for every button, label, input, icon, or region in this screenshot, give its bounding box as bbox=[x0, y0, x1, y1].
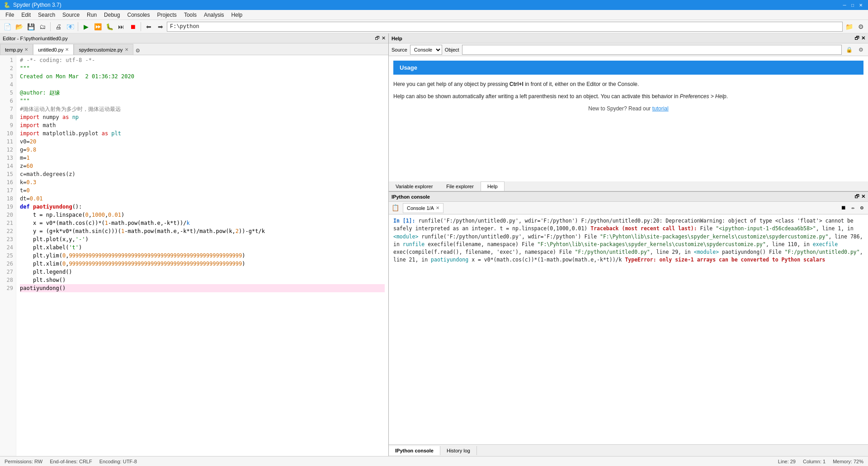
ipython-header: IPython console 🗗 ✕ bbox=[389, 192, 868, 202]
editor-pane: Editor - F:\python\untitled0.py 🗗 ✕ temp… bbox=[0, 33, 389, 456]
tab-untitled0-py[interactable]: untitled0.py ✕ bbox=[33, 44, 74, 55]
menu-source[interactable]: Source bbox=[59, 11, 83, 19]
object-input[interactable] bbox=[462, 45, 842, 55]
maximize-button[interactable]: □ bbox=[849, 1, 856, 9]
menu-tools[interactable]: Tools bbox=[180, 11, 200, 19]
edit-icon[interactable]: ✏ bbox=[852, 204, 855, 211]
toolbar: 📄 📂 💾 🗂 🖨 📧 ▶ ⏩ 🐛 ⏭ ⏹ ⬅ ➡ F:\python 📁 ⚙ bbox=[0, 20, 868, 33]
tab-variable-explorer[interactable]: Variable explorer bbox=[389, 181, 439, 191]
ipython-tabs: 📋 Console 1/A ✕ ⏹ ✏ ⚙ bbox=[389, 202, 868, 214]
editor-tabs: temp.py ✕ untitled0.py ✕ spydercustomize… bbox=[0, 43, 388, 55]
code-area[interactable]: 12345 678910 1112131415 1617181920 21222… bbox=[0, 55, 388, 456]
help-close-icon[interactable]: ✕ bbox=[861, 35, 865, 41]
status-line-endings: End-of-lines: CRLF bbox=[50, 459, 92, 464]
settings-button[interactable]: ⚙ bbox=[855, 21, 866, 32]
help-header: Help 🗗 ✕ bbox=[389, 33, 868, 43]
menu-consoles[interactable]: Consoles bbox=[123, 11, 153, 19]
menu-debug[interactable]: Debug bbox=[100, 11, 123, 19]
console-tab-1[interactable]: Console 1/A ✕ bbox=[403, 203, 443, 213]
ipython-close-icon[interactable]: ✕ bbox=[861, 194, 865, 200]
help-new-to-spyder: New to Spyder? Read our tutorial bbox=[588, 105, 668, 112]
run-button[interactable]: ▶ bbox=[80, 21, 91, 32]
tab-spydercustomize-py[interactable]: spydercustomize.py ✕ bbox=[74, 44, 133, 55]
close-button[interactable]: ✕ bbox=[857, 1, 864, 9]
help-title: Help bbox=[392, 36, 402, 41]
close-tab-temp[interactable]: ✕ bbox=[24, 47, 28, 52]
app-icon: 🐍 bbox=[4, 2, 10, 8]
new-file-button[interactable]: 📄 bbox=[2, 21, 13, 32]
tutorial-link[interactable]: tutorial bbox=[652, 105, 669, 112]
status-permissions: Permissions: RW bbox=[5, 459, 42, 464]
toolbar-sep2 bbox=[78, 22, 78, 31]
main-area: Editor - F:\python\untitled0.py 🗗 ✕ temp… bbox=[0, 33, 868, 466]
stop-button[interactable]: ⏹ bbox=[127, 21, 138, 32]
menu-analysis[interactable]: Analysis bbox=[200, 11, 228, 19]
bottom-console-tabs: IPython console History log bbox=[389, 444, 868, 456]
toolbar-sep3 bbox=[141, 22, 141, 31]
toolbar-sep1 bbox=[50, 22, 51, 31]
editor-float-icon[interactable]: 🗗 bbox=[375, 35, 380, 41]
status-bar: Permissions: RW End-of-lines: CRLF Encod… bbox=[0, 456, 868, 466]
title-bar: 🐍 Spyder (Python 3.7) ─ □ ✕ bbox=[0, 0, 868, 10]
menu-edit[interactable]: Edit bbox=[18, 11, 34, 19]
help-float-icon[interactable]: 🗗 bbox=[854, 35, 859, 41]
tab-file-explorer[interactable]: File explorer bbox=[439, 181, 481, 191]
menu-bar: File Edit Search Source Run Debug Consol… bbox=[0, 10, 868, 20]
new-tab-button[interactable]: ⚙ bbox=[133, 46, 142, 55]
source-select[interactable]: Console Editor bbox=[410, 45, 442, 55]
interrupt-kernel-icon[interactable]: ⏹ bbox=[841, 204, 846, 211]
status-encoding: Encoding: UTF-8 bbox=[99, 459, 137, 464]
status-memory: Memory: 72% bbox=[833, 459, 863, 464]
console-output[interactable]: In [1]: runfile('F:/python/untitled0.py'… bbox=[389, 214, 868, 444]
help-text-2: Help can also be shown automatically aft… bbox=[393, 92, 863, 101]
save-button[interactable]: 💾 bbox=[25, 21, 36, 32]
menu-help[interactable]: Help bbox=[228, 11, 246, 19]
bottom-tab-history[interactable]: History log bbox=[440, 446, 477, 455]
ipython-float-icon[interactable]: 🗗 bbox=[854, 194, 859, 200]
help-center-text: New to Spyder? Read our tutorial bbox=[393, 105, 863, 112]
tab-temp-py[interactable]: temp.py ✕ bbox=[0, 44, 33, 55]
mail-button[interactable]: 📧 bbox=[65, 21, 75, 32]
help-settings-icon[interactable]: ⚙ bbox=[856, 45, 865, 54]
editor-header: Editor - F:\python\untitled0.py 🗗 ✕ bbox=[0, 33, 388, 43]
console-tab-label: Console 1/A bbox=[407, 205, 434, 211]
step-button[interactable]: ⏭ bbox=[116, 21, 127, 32]
help-toolbar: Source Console Editor Object 🔒 ⚙ bbox=[389, 43, 868, 56]
status-right: Line: 29 Column: 1 Memory: 72% bbox=[778, 459, 863, 464]
next-button[interactable]: ➡ bbox=[155, 21, 166, 32]
save-all-button[interactable]: 🗂 bbox=[37, 21, 48, 32]
browse-button[interactable]: 📁 bbox=[844, 21, 854, 32]
minimize-button[interactable]: ─ bbox=[841, 1, 848, 9]
code-content[interactable]: # -*- coding: utf-8 -*- """ Created on M… bbox=[16, 55, 388, 456]
editor-title: Editor - F:\python\untitled0.py bbox=[3, 36, 68, 41]
ipython-title: IPython console bbox=[392, 194, 430, 200]
console-settings-icon[interactable]: ⚙ bbox=[860, 204, 863, 211]
menu-file[interactable]: File bbox=[2, 11, 18, 19]
close-tab-untitled0[interactable]: ✕ bbox=[65, 47, 69, 52]
ipython-panel: IPython console 🗗 ✕ 📋 Console 1/A ✕ ⏹ ✏ bbox=[389, 192, 868, 456]
usage-box: Usage bbox=[393, 61, 863, 75]
new-console-icon[interactable]: 📋 bbox=[392, 204, 399, 212]
debug-button[interactable]: 🐛 bbox=[104, 21, 115, 32]
tab-label: temp.py bbox=[5, 47, 23, 52]
tab-help[interactable]: Help bbox=[481, 181, 505, 191]
editor-close-icon[interactable]: ✕ bbox=[382, 35, 386, 41]
close-tab-spydercustomize[interactable]: ✕ bbox=[125, 47, 128, 52]
open-file-button[interactable]: 📂 bbox=[14, 21, 24, 32]
print-button[interactable]: 🖨 bbox=[53, 21, 64, 32]
path-text: F:\python bbox=[170, 24, 199, 30]
prev-button[interactable]: ⬅ bbox=[143, 21, 154, 32]
help-text-2-content: Help can also be shown automatically aft… bbox=[393, 93, 728, 100]
tab-label: untitled0.py bbox=[38, 47, 63, 52]
help-text-1: Here you can get help of any object by p… bbox=[393, 80, 863, 89]
bottom-tab-ipython[interactable]: IPython console bbox=[389, 446, 440, 455]
menu-projects[interactable]: Projects bbox=[154, 11, 180, 19]
close-console-tab[interactable]: ✕ bbox=[436, 205, 439, 210]
line-numbers: 12345 678910 1112131415 1617181920 21222… bbox=[0, 55, 16, 456]
menu-search[interactable]: Search bbox=[34, 11, 59, 19]
menu-run[interactable]: Run bbox=[83, 11, 100, 19]
object-label: Object bbox=[445, 47, 459, 52]
lock-icon[interactable]: 🔒 bbox=[844, 45, 854, 54]
editor-console-row: Editor - F:\python\untitled0.py 🗗 ✕ temp… bbox=[0, 33, 868, 456]
run-cell-button[interactable]: ⏩ bbox=[92, 21, 103, 32]
